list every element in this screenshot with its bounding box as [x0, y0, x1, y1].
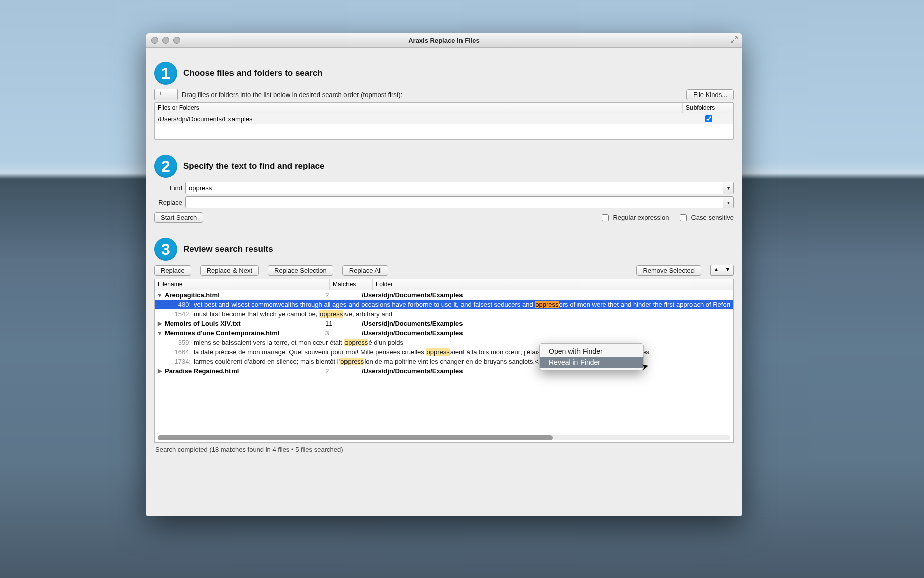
result-filename: Paradise Regained.html: [165, 367, 325, 375]
disclosure-triangle-icon[interactable]: ▼: [157, 330, 163, 336]
step2-title: Specify the text to find and replace: [183, 161, 325, 171]
subfolder-checkbox[interactable]: [705, 115, 712, 122]
result-folder: /Users/djn/Documents/Examples: [362, 291, 730, 299]
disclosure-triangle-icon[interactable]: ▼: [157, 292, 163, 298]
highlight: oppress: [344, 339, 368, 346]
replace-combo: ▾: [185, 196, 734, 208]
result-match-row[interactable]: 480:yet best and wisest commonwealths th…: [155, 300, 733, 309]
replace-label: Replace: [154, 199, 182, 206]
replace-all-button[interactable]: Replace All: [342, 265, 388, 276]
find-input[interactable]: [186, 182, 723, 194]
results-toolbar: Replace Replace & Next Replace Selection…: [154, 265, 734, 276]
replace-next-button[interactable]: Replace & Next: [200, 265, 259, 276]
case-checkbox[interactable]: [680, 214, 687, 221]
find-label: Find: [154, 184, 182, 192]
context-menu-item[interactable]: Reveal in Finder: [540, 357, 643, 368]
paths-col-subfolders[interactable]: Subfolders: [683, 103, 733, 113]
line-number: 1542:: [166, 310, 191, 318]
find-row: Find ▾: [154, 182, 734, 194]
file-kinds-button[interactable]: File Kinds...: [686, 89, 734, 100]
paths-table: Files or Folders Subfolders /Users/djn/D…: [154, 102, 734, 140]
result-matchcount: 2: [325, 291, 362, 299]
window-title: Araxis Replace In Files: [146, 37, 742, 44]
result-matchcount: 11: [325, 320, 362, 327]
search-options-row: Start Search Regular expression Case sen…: [154, 212, 734, 223]
replace-input[interactable]: [186, 197, 723, 208]
regex-checkbox[interactable]: [602, 214, 609, 221]
result-match-row[interactable]: 1542:must first become that which ye can…: [155, 309, 733, 319]
line-number: 359:: [166, 339, 191, 346]
result-filename: Memoirs of Louis XIV.txt: [165, 320, 325, 327]
step1-title: Choose files and folders to search: [183, 68, 323, 78]
result-file-row[interactable]: ▼Areopagitica.html2/Users/djn/Documents/…: [155, 290, 733, 300]
next-match-button[interactable]: ▼: [722, 265, 734, 276]
disclosure-triangle-icon[interactable]: ▶: [157, 368, 163, 374]
case-option[interactable]: Case sensitive: [678, 213, 734, 223]
result-file-row[interactable]: ▼Mémoires d'une Contemporaine.html3/User…: [155, 328, 733, 338]
remove-path-button[interactable]: −: [166, 89, 178, 100]
result-matchcount: 3: [325, 329, 362, 337]
result-matchcount: 2: [325, 367, 362, 375]
results-hscroll-thumb[interactable]: [158, 435, 553, 440]
window-content: 1 Choose files and folders to search + −…: [146, 48, 742, 453]
step2-header: 2 Specify the text to find and replace: [154, 155, 734, 178]
regex-option[interactable]: Regular expression: [600, 213, 669, 223]
app-window: Araxis Replace In Files 1 Choose files a…: [146, 33, 742, 516]
prev-match-button[interactable]: ▲: [710, 265, 722, 276]
step1-header: 1 Choose files and folders to search: [154, 62, 734, 85]
status-bar: Search completed (18 matches found in 4 …: [154, 443, 734, 453]
paths-empty-row[interactable]: [155, 124, 733, 139]
result-file-row[interactable]: ▶Memoirs of Louis XIV.txt11/Users/djn/Do…: [155, 319, 733, 328]
step1-badge: 1: [154, 62, 177, 85]
match-text: larmes coulèrent d'abord en silence; mai…: [194, 358, 730, 365]
line-number: 1734:: [166, 358, 191, 365]
regex-label: Regular expression: [613, 214, 669, 221]
context-menu-item[interactable]: Open with Finder: [540, 346, 643, 357]
highlight: oppress: [535, 301, 559, 308]
highlight: oppress: [426, 348, 450, 356]
step3-header: 3 Review search results: [154, 238, 734, 261]
replace-button[interactable]: Replace: [154, 265, 191, 276]
replace-row: Replace ▾: [154, 196, 734, 208]
match-text: yet best and wisest commonwealths throug…: [194, 301, 730, 308]
result-filename: Mémoires d'une Contemporaine.html: [165, 329, 325, 337]
match-text: la date précise de mon mariage. Quel sou…: [194, 348, 730, 356]
highlight: oppress: [340, 358, 364, 365]
add-path-button[interactable]: +: [154, 89, 166, 100]
drag-hint: Drag files or folders into the list belo…: [182, 91, 402, 99]
result-match-row[interactable]: 359:miens se baissaient vers la terre, e…: [155, 338, 733, 347]
disclosure-triangle-icon[interactable]: ▶: [157, 320, 163, 327]
highlight: oppress: [319, 310, 343, 318]
result-folder: /Users/djn/Documents/Examples: [362, 320, 730, 327]
find-combo: ▾: [185, 182, 734, 194]
step3-title: Review search results: [183, 244, 273, 254]
step2-badge: 2: [154, 155, 177, 178]
line-number: 1664:: [166, 348, 191, 356]
files-toolbar: + − Drag files or folders into the list …: [154, 89, 734, 100]
titlebar: Araxis Replace In Files: [146, 33, 742, 48]
match-text: must first become that which ye cannot b…: [194, 310, 730, 318]
result-folder: /Users/djn/Documents/Examples: [362, 329, 730, 337]
desktop-background: Araxis Replace In Files 1 Choose files a…: [0, 0, 924, 578]
result-filename: Areopagitica.html: [165, 291, 325, 299]
remove-selected-button[interactable]: Remove Selected: [636, 265, 701, 276]
start-search-button[interactable]: Start Search: [154, 212, 203, 223]
context-menu: Open with FinderReveal in Finder: [539, 343, 644, 370]
result-match-row[interactable]: 1664:la date précise de mon mariage. Que…: [155, 347, 733, 357]
path-row[interactable]: /Users/djn/Documents/Examples: [155, 113, 733, 124]
find-history-dropdown[interactable]: ▾: [723, 182, 733, 194]
paths-col-files[interactable]: Files or Folders: [155, 103, 683, 113]
case-label: Case sensitive: [691, 214, 734, 221]
results-hscrollbar[interactable]: [158, 435, 730, 440]
match-text: miens se baissaient vers la terre, et mo…: [194, 339, 730, 346]
subfolder-cell: [683, 113, 733, 125]
results-col-filename[interactable]: Filename: [155, 279, 330, 290]
step3-badge: 3: [154, 238, 177, 261]
results-col-matches[interactable]: Matches: [330, 279, 373, 290]
path-cell: /Users/djn/Documents/Examples: [155, 114, 683, 124]
line-number: 480:: [166, 301, 191, 308]
replace-history-dropdown[interactable]: ▾: [723, 197, 733, 208]
replace-selection-button[interactable]: Replace Selection: [268, 265, 333, 276]
fullscreen-icon[interactable]: [731, 36, 738, 43]
results-col-folder[interactable]: Folder: [373, 279, 733, 290]
